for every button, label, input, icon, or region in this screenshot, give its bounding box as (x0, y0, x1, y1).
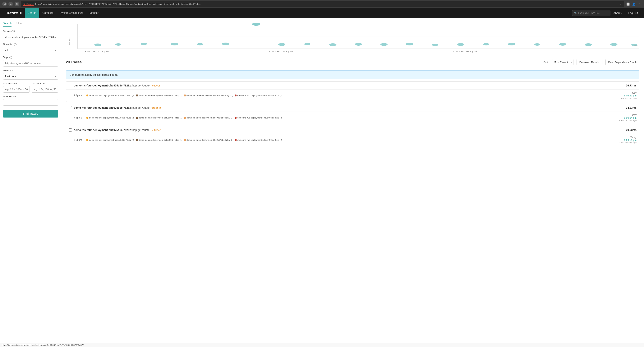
trace-ago: a few seconds ago (619, 142, 636, 144)
svg-point-21 (432, 44, 438, 46)
service-tags: demo-ms-four-deployment-bbc975d6c-7828z … (86, 139, 616, 141)
trace-items: demo-ms-four-deployment-bbc975d6c-7828z:… (61, 82, 644, 152)
max-duration-input[interactable] (3, 86, 30, 92)
service-tag: demo-ms-four-deployment-bbc975d6c-7828z … (86, 116, 134, 119)
service-tag: demo-ms-one-deployment-6cf9866fb-lmtbp (… (136, 94, 182, 96)
spans-count: 7 Spans (74, 116, 82, 119)
deep-dependency-graph-button[interactable]: Deep Dependency Graph (606, 59, 640, 65)
trace-checkbox[interactable] (69, 128, 72, 132)
svg-text:06:09:20 pm: 06:09:20 pm (269, 50, 294, 52)
operation-select[interactable]: all (3, 47, 58, 53)
trace-item[interactable]: demo-ms-four-deployment-bbc975d6c-7828z:… (66, 126, 640, 146)
sort-label: Sort: (544, 61, 548, 64)
nav-item-search[interactable]: Search (25, 8, 39, 18)
trace-item-header[interactable]: demo-ms-four-deployment-bbc975d6c-7828z:… (66, 82, 639, 90)
nav-item-compare[interactable]: Compare (39, 8, 56, 18)
trace-time: 6:09:57 pm (624, 94, 636, 97)
trace-service: demo-ms-four-deployment-bbc975d6c-7828z: (74, 128, 132, 132)
sidebar-form: Service (13) demo-ms-four-deployment-bbc… (0, 27, 61, 120)
lookback-select[interactable]: Last Hour (3, 73, 58, 80)
trace-date: Today (619, 114, 636, 116)
trace-id: 94f2508 (152, 84, 160, 87)
svg-point-12 (197, 43, 203, 46)
menu-button[interactable]: ⋮ (637, 2, 642, 6)
find-traces-button[interactable]: Find Traces (3, 110, 58, 118)
compare-banner: Compare traces by selecting result items (66, 70, 640, 79)
main-layout: Search Upload Service (13) demo-ms-four-… (0, 18, 644, 347)
service-dot (184, 117, 186, 119)
min-duration-group: Min Duration (32, 82, 58, 92)
duration-row: Max Duration Min Duration (3, 82, 58, 95)
service-tag-label: demo-ms-two-deployment-59c9d494b7-4tzl5 … (237, 139, 282, 141)
address-bar[interactable]: Not Secure https://jaeger-istio-system.a… (21, 1, 624, 7)
refresh-button[interactable]: ↻ (14, 2, 19, 6)
trace-duration: 26.73ms (626, 84, 636, 87)
service-tag-label: demo-ms-three-deployment-85c9c648bc-kz8j… (186, 139, 233, 141)
service-tag-label: demo-ms-two-deployment-59c9d494b7-4tzl5 … (237, 116, 282, 119)
trace-checkbox[interactable] (69, 84, 72, 87)
trace-timestamp: Today 6:09:57 pm a few seconds ago (619, 92, 636, 99)
trace-item[interactable]: demo-ms-four-deployment-bbc975d6c-7828z:… (66, 104, 640, 124)
limit-input[interactable]: 20 (3, 99, 58, 106)
chart-area: Duration 150ms 100ms 50ms (61, 18, 644, 56)
svg-point-16 (304, 43, 310, 45)
nav-item-monitor[interactable]: Monitor (86, 8, 102, 18)
trace-operation: http get /quote (132, 128, 150, 132)
trace-item-header[interactable]: demo-ms-four-deployment-bbc975d6c-7828z:… (66, 126, 639, 134)
status-url: https://jaeger-istio-system.apps.crc.tes… (2, 344, 84, 346)
tab-upload[interactable]: Upload (14, 20, 23, 27)
max-duration-group: Max Duration (3, 82, 30, 92)
service-dot (234, 94, 236, 96)
svg-point-14 (252, 22, 260, 26)
search-placeholder: Lookup by Trace ID... (578, 12, 600, 14)
browser-actions: ⬜ 👤 ⋮ (626, 2, 642, 6)
tab-search[interactable]: Search (3, 20, 12, 27)
min-duration-input[interactable] (32, 86, 58, 92)
profile-button[interactable]: 👤 (631, 2, 636, 6)
forward-button[interactable]: ▶ (8, 2, 13, 6)
tags-input[interactable] (3, 60, 58, 66)
svg-point-27 (585, 43, 592, 46)
service-tag-label: demo-ms-four-deployment-bbc975d6c-7828z … (89, 116, 134, 119)
trace-checkbox[interactable] (69, 106, 72, 109)
trace-item-header[interactable]: demo-ms-four-deployment-bbc975d6c-7828z:… (66, 104, 639, 112)
app-brand: JAEGER UI (3, 12, 25, 15)
trace-date: Today (619, 92, 636, 94)
extensions-button[interactable]: ⬜ (626, 2, 630, 6)
back-button[interactable]: ◀ (2, 2, 7, 6)
browser-chrome: ◀ ▶ ↻ Not Secure https://jaeger-istio-sy… (0, 0, 644, 8)
service-dot (184, 139, 186, 141)
service-select-wrapper: demo-ms-four-deployment-bbc975d6c-7828z (3, 34, 58, 40)
svg-point-10 (141, 43, 147, 45)
service-tag-label: demo-ms-four-deployment-bbc975d6c-7828z … (89, 94, 134, 96)
service-select[interactable]: demo-ms-four-deployment-bbc975d6c-7828z (3, 34, 58, 40)
service-dot (234, 117, 236, 119)
service-tag-label: demo-ms-three-deployment-85c9c648bc-kz8j… (186, 116, 233, 119)
nav-item-architecture[interactable]: System Architecture (56, 8, 87, 18)
svg-point-19 (380, 43, 388, 46)
svg-point-11 (171, 43, 178, 46)
trace-timestamp: Today 6:09:51 pm a few seconds ago (619, 136, 636, 144)
service-dot (86, 94, 88, 96)
download-results-button[interactable]: Download Results (576, 59, 602, 65)
service-tag: demo-ms-four-deployment-bbc975d6c-7828z … (86, 139, 134, 141)
trace-ago: a few seconds ago (619, 97, 636, 99)
tags-help-icon[interactable]: ? (10, 56, 12, 59)
service-dot (136, 94, 138, 96)
sort-select[interactable]: Most Recent (552, 59, 574, 65)
sidebar-tabs: Search Upload (0, 18, 61, 27)
trace-operation: http get /quote (132, 106, 150, 109)
chevron-down-icon: ▾ (621, 12, 622, 14)
logout-button[interactable]: Log Out (625, 8, 641, 18)
trace-id-search[interactable]: 🔍 Lookup by Trace ID... (572, 10, 610, 16)
bookmark-icon[interactable]: ☆ (620, 2, 622, 6)
min-duration-label: Min Duration (32, 82, 58, 85)
sidebar: Search Upload Service (13) demo-ms-four-… (0, 18, 61, 347)
limit-label: Limit Results (3, 95, 58, 98)
not-secure-badge: Not Secure (22, 3, 34, 6)
service-tag: demo-ms-one-deployment-6cf9866fb-lmtbp (… (136, 116, 182, 119)
service-tag: demo-ms-three-deployment-85c9c648bc-kz8j… (184, 94, 233, 96)
about-menu[interactable]: About ▾ (610, 8, 626, 18)
trace-item[interactable]: demo-ms-four-deployment-bbc975d6c-7828z:… (66, 82, 640, 102)
traces-count: 20 Traces (66, 60, 540, 64)
